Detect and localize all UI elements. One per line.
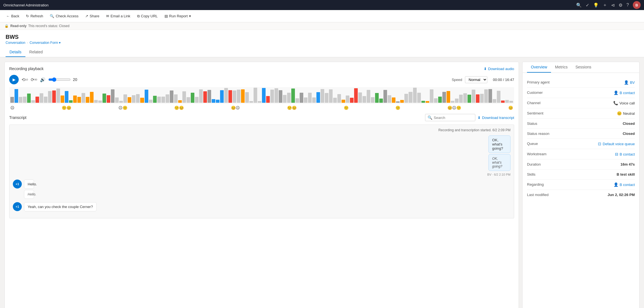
primary-agent-value[interactable]: BV — [630, 80, 635, 85]
user-avatar[interactable]: B — [633, 1, 641, 9]
overview-primary-agent: Primary agent 👤 BV — [527, 77, 635, 88]
transcript-actions: 🔍 ⬇ Download transcript — [425, 114, 514, 121]
skip-back-button[interactable]: ⟲10 — [22, 77, 28, 82]
right-tab-metrics[interactable]: Metrics — [551, 62, 571, 73]
customer-value-wrap: 👤 B contact — [614, 90, 635, 95]
right-panel: Overview Metrics Sessions Primary agent … — [522, 62, 640, 308]
customer-label: Customer — [527, 90, 560, 95]
primary-agent-value-wrap: 👤 BV — [624, 80, 635, 85]
customer-bubble-1b: Hello. — [24, 190, 34, 199]
copy-icon: ⧉ — [137, 14, 140, 18]
channel-label: Channel — [527, 101, 560, 105]
search-icon[interactable]: 🔍 — [576, 3, 582, 8]
lock-icon: 🔒 — [4, 24, 9, 28]
customer-bubble-2: Yeah, can you check the couple Cerner? — [24, 202, 97, 211]
skills-label: Skills — [527, 172, 560, 176]
transcript-start-note: Recording and transcription started. 6/2… — [13, 128, 511, 132]
agent-bubble-1: OK, what's going? — [488, 135, 511, 153]
skip-forward-button[interactable]: ⟳30 — [31, 77, 37, 82]
channel-value-wrap: 📞 Voice call — [613, 101, 635, 105]
tab-details[interactable]: Details — [6, 47, 25, 57]
overview-workstream: Workstream ⊟ B contact — [527, 149, 635, 159]
duration-value: 16m 47s — [560, 162, 635, 166]
back-icon: ← — [6, 14, 10, 18]
sentiment-emoji-4: 🙂😊 — [174, 106, 184, 110]
workstream-value[interactable]: B contact — [620, 152, 635, 156]
check-icon[interactable]: ✓ — [586, 3, 589, 8]
customer-avatar-2: +1 — [13, 202, 22, 211]
neutral-face-icon: 😐 — [617, 111, 622, 116]
download-audio-button[interactable]: ⬇ Download audio — [484, 67, 514, 71]
workstream-icon: ⊟ — [615, 152, 618, 156]
share-button[interactable]: ↗ Share — [82, 13, 102, 20]
add-icon[interactable]: ＋ — [603, 2, 607, 8]
download-transcript-button[interactable]: ⬇ Download transcript — [478, 116, 514, 120]
customer-value[interactable]: B contact — [620, 91, 635, 95]
run-report-button[interactable]: ▤ Run Report ▾ — [162, 13, 194, 20]
help-icon[interactable]: ? — [626, 3, 629, 8]
breadcrumb-separator: · — [27, 41, 28, 45]
right-tab-overview[interactable]: Overview — [527, 62, 551, 73]
regarding-label: Regarding — [527, 182, 560, 187]
email-link-button[interactable]: ✉ Email a Link — [103, 13, 133, 20]
transcript-area: Recording and transcription started. 6/2… — [9, 125, 514, 218]
overview-last-modified: Last modified Jun 2, 02:26 PM — [527, 190, 635, 200]
download-transcript-icon: ⬇ — [478, 116, 481, 120]
queue-label: Queue — [527, 142, 560, 146]
workstream-value-wrap: ⊟ B contact — [615, 152, 635, 156]
left-panel: Recording playback ⬇ Download audio ▶ ⟲1… — [4, 62, 519, 308]
main-tabs: Details Related — [6, 47, 638, 57]
sentiment-emoji-2: 🙂😊 — [62, 106, 71, 110]
transcript-search-wrap: 🔍 — [425, 114, 475, 121]
message-row-customer-2: +1 Yeah, can you check the couple Cerner… — [13, 202, 511, 211]
queue-value[interactable]: Default voice queue — [603, 142, 635, 146]
skills-value: B test skill — [560, 172, 635, 176]
lightbulb-icon[interactable]: 💡 — [593, 3, 599, 8]
check-access-button[interactable]: 🔍 Check Access — [47, 13, 81, 20]
filter-icon[interactable]: ⊲ — [611, 3, 615, 8]
breadcrumb: Conversation · Conversation Form ▾ — [6, 41, 638, 45]
share-icon: ↗ — [85, 14, 88, 18]
agent-bubble-meta: BV · 6/2 2:10 PM — [487, 173, 511, 176]
speed-selector[interactable]: 0.5x Normal 1.25x 1.5x 2x — [465, 76, 487, 83]
copy-url-button[interactable]: ⧉ Copy URL — [134, 13, 161, 20]
queue-value-wrap: ⊡ Default voice queue — [598, 142, 635, 146]
back-button[interactable]: ← Back — [3, 13, 22, 20]
overview-sentiment: Sentiment 😐 Neutral — [527, 108, 635, 119]
regarding-value[interactable]: B contact — [620, 183, 635, 187]
message-row-agent-1: OK, what's going? OK, what's going? BV ·… — [13, 135, 511, 176]
agent-bubble-1b: OK, what's going? — [488, 154, 511, 171]
play-button[interactable]: ▶ — [9, 75, 19, 84]
transcript-search-input[interactable] — [434, 116, 473, 120]
settings-icon[interactable]: ⚙ — [619, 3, 622, 8]
sentiment-emoji-7: 🙂 — [344, 106, 349, 110]
top-bar-actions: 🔍 ✓ 💡 ＋ ⊲ ⚙ ? B — [576, 1, 641, 9]
volume-value: 20 — [73, 77, 77, 82]
refresh-button[interactable]: ↻ Refresh — [23, 13, 46, 20]
tab-related[interactable]: Related — [25, 47, 47, 57]
phone-icon: 📞 — [613, 101, 618, 105]
speed-label: Speed — [452, 78, 462, 82]
command-bar: ← Back ↻ Refresh 🔍 Check Access ↗ Share … — [0, 10, 644, 22]
volume-slider[interactable] — [48, 77, 71, 82]
right-tab-sessions[interactable]: Sessions — [571, 62, 595, 73]
form-chevron-icon: ▾ — [59, 41, 61, 45]
email-icon: ✉ — [106, 14, 109, 18]
breadcrumb-conversation[interactable]: Conversation — [6, 41, 25, 45]
person-icon: 👤 — [624, 80, 629, 85]
breadcrumb-form[interactable]: Conversation Form ▾ — [30, 41, 61, 45]
sentiment-emoji-3: ☹🙂 — [118, 106, 127, 110]
transcript-title: Transcript — [9, 115, 27, 120]
waveform[interactable] — [9, 87, 514, 104]
channel-value: Voice call — [619, 101, 635, 105]
page-title: BWS — [6, 34, 638, 40]
main-content: Recording playback ⬇ Download audio ▶ ⟲1… — [0, 57, 644, 308]
overview-channel: Channel 📞 Voice call — [527, 98, 635, 108]
sentiment-value-wrap: 😐 Neutral — [617, 111, 635, 116]
overview-content: Primary agent 👤 BV Customer 👤 B contact … — [523, 73, 639, 204]
person-icon-2: 👤 — [614, 90, 618, 95]
overview-duration: Duration 16m 47s — [527, 159, 635, 169]
volume-button[interactable]: 🔊 — [40, 77, 46, 82]
time-display: 00:00 / 16:47 — [493, 78, 514, 82]
sentiment-emoji-8: 🙂 — [395, 106, 400, 110]
